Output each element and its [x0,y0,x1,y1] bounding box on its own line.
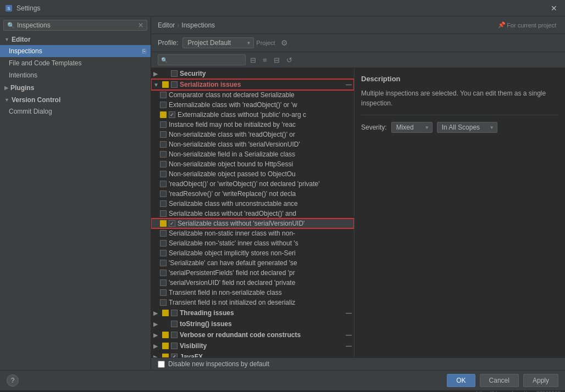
tree-checkbox-svuid[interactable] [169,220,175,227]
toolbar-filter-button[interactable]: ⊟ [248,55,258,65]
tree-checkbox-readresolve[interactable] [160,191,167,197]
tree-item-label-comparator: Comparator class not declared Serializab… [169,91,352,99]
sidebar-search-input[interactable] [17,21,136,29]
tree-item-non-serial-http[interactable]: Non-serializable object bound to HttpSes… [151,159,354,169]
cancel-button[interactable]: Cancel [480,374,519,387]
visibility-minus-btn[interactable]: — [346,343,352,349]
tree-item-transient-deserialize[interactable]: Transient field is not initialized on de… [151,298,354,307]
tree-item-nonstatic-inner[interactable]: Serializable non-'static' inner class wi… [151,238,354,248]
tree-checkbox-transient-deserialize[interactable] [160,299,167,306]
tree-badge-externalizable-noarg [160,111,167,118]
tree-section-security[interactable]: ▶ Security [151,68,354,79]
sidebar-item-commit-dialog[interactable]: Commit Dialog ⎘ [0,105,151,117]
for-current-project-button[interactable]: 📌 For current project [496,21,558,29]
disable-new-inspections-checkbox[interactable] [158,361,165,368]
tree-checkbox-tostring[interactable] [171,321,178,327]
tree-checkbox-svuid-private[interactable] [160,279,167,286]
tree-item-non-serial-field[interactable]: Non-serializable field in a Serializable… [151,149,354,159]
tree-checkbox-threading[interactable] [171,310,178,316]
sidebar-section-plugins[interactable]: Plugins [0,81,151,93]
tree-item-readresolve[interactable]: 'readResolve()' or 'writeReplace()' not … [151,189,354,199]
help-button[interactable]: ? [7,374,19,387]
tree-item-without-readobject[interactable]: Serializable class without 'readObject()… [151,209,354,219]
tree-item-non-serial-obj[interactable]: Non-serializable object passed to Object… [151,169,354,179]
close-button[interactable]: ✕ [547,3,561,14]
tree-checkbox-visibility[interactable] [171,343,178,349]
tree-item-static-inner[interactable]: Serializable non-static inner class with… [151,228,354,238]
tree-item-transient-nonserial[interactable]: Transient field in non-serializable clas… [151,288,354,298]
tree-item-label-without-readobject: Serializable class without 'readObject()… [169,210,352,217]
sidebar-section-editor[interactable]: Editor [0,33,151,45]
tree-item-label-non-serial-obj: Non-serializable object passed to Object… [169,170,352,178]
tree-checkbox-persistent-fields[interactable] [160,270,167,276]
tree-checkbox-externalizable-noarg[interactable] [169,111,175,118]
tree-section-tostring[interactable]: ▶ toString() issues [151,318,354,329]
tree-item-label-implicitly-stores: Serializable object implicitly stores no… [169,249,352,257]
tree-item-svuid[interactable]: Serializable class without 'serialVersio… [151,219,354,228]
breadcrumb-editor[interactable]: Editor [158,21,175,29]
toolbar-collapse-all-button[interactable]: ⊟ [272,55,282,65]
verbose-minus-btn[interactable]: — [346,332,352,338]
severity-select[interactable]: Mixed Error Warning Info [391,122,433,133]
tree-checkbox-unconstructable[interactable] [160,200,167,207]
tree-checkbox-readwrite-private[interactable] [160,181,167,187]
tree-checkbox-nonstatic-inner[interactable] [160,240,167,247]
tree-item-non-serial-readobject[interactable]: Non-serializable class with 'readObject(… [151,130,354,139]
tree-checkbox-security[interactable] [171,70,178,77]
apply-button[interactable]: Apply [523,374,558,387]
tree-checkbox-non-serial-field[interactable] [160,151,167,158]
ok-button[interactable]: OK [447,374,475,387]
tree-checkbox-comparator[interactable] [160,92,167,98]
tree-checkbox-static-inner[interactable] [160,230,167,237]
scope-select[interactable]: In All Scopes In Project Files [437,122,497,133]
tree-item-externalizable-noarg[interactable]: Externalizable class without 'public' no… [151,110,354,120]
tree-checkbox-default-generated[interactable] [160,260,167,266]
profile-gear-button[interactable]: ⚙ [280,37,289,48]
tree-item-readwrite-private[interactable]: 'readObject()' or 'writeObject()' not de… [151,179,354,189]
tree-checkbox-without-readobject[interactable] [160,210,167,217]
tree-item-persistent-fields[interactable]: 'serialPersistentFields' field not decla… [151,268,354,278]
tree-section-threading[interactable]: ▶ Threading issues — [151,307,354,318]
serialization-minus-btn[interactable]: — [346,81,352,88]
tree-checkbox-non-serial-obj[interactable] [160,171,167,177]
tree-item-svuid-private[interactable]: 'serialVersionUID' field not declared 'p… [151,278,354,288]
inspections-search-input[interactable] [158,54,246,65]
tree-checkbox-transient-nonserial[interactable] [160,289,167,296]
tree-checkbox-implicitly-stores[interactable] [160,250,167,256]
tree-checkbox-non-serial-ro[interactable] [160,131,167,138]
tree-checkbox-non-serial-http[interactable] [160,161,167,167]
tree-checkbox-verbose[interactable] [171,332,178,338]
tree-item-externalizable-readobject[interactable]: Externalizable class with 'readObject()'… [151,100,354,110]
tree-item-implicitly-stores[interactable]: Serializable object implicitly stores no… [151,248,354,258]
disable-new-inspections-label[interactable]: Disable new inspections by default [168,360,269,368]
sidebar-search-box[interactable]: 🔍 ✕ [3,20,147,31]
sidebar-item-inspections[interactable]: Inspections ⎘ [0,45,151,57]
toolbar-reset-button[interactable]: ↺ [284,55,295,65]
tree-item-label-svuid-private: 'serialVersionUID' field not declared 'p… [169,279,352,287]
tree-section-verbose[interactable]: ▶ Verbose or redundant code constructs — [151,329,354,340]
tree-section-serialization[interactable]: ▼ Serialization issues — [151,79,354,90]
sidebar-section-version-control[interactable]: Version Control [0,93,151,105]
tree-item-unconstructable[interactable]: Serializable class with unconstructable … [151,199,354,209]
tree-item-default-generated[interactable]: 'Serializable' can have default generate… [151,258,354,268]
tree-checkbox-serialization[interactable] [171,81,178,88]
sidebar-item-intentions[interactable]: Intentions ⎘ [0,69,151,81]
tree-toggle-security: ▶ [153,71,160,77]
tree-section-javafx[interactable]: ▶ JavaFX [151,351,354,357]
tree-checkbox-externalizable-ro[interactable] [160,102,167,108]
threading-minus-btn[interactable]: — [346,310,352,316]
toolbar-expand-all-button[interactable]: ≡ [261,55,269,65]
tree-item-instance-field[interactable]: Instance field may not be initialized by… [151,120,354,130]
tree-checkbox-non-serial-svuid[interactable] [160,141,167,148]
tree-checkbox-instance-field[interactable] [160,121,167,128]
tree-item-non-serial-svuid[interactable]: Non-serializable class with 'serialVersi… [151,139,354,149]
tree-checkbox-javafx[interactable] [171,354,178,357]
tree-item-comparator[interactable]: Comparator class not declared Serializab… [151,90,354,100]
tree-item-label-default-generated: 'Serializable' can have default generate… [169,259,352,267]
inspections-search-wrapper [158,54,246,65]
severity-select-wrapper: Mixed Error Warning Info [391,122,433,133]
tree-section-visibility[interactable]: ▶ Visibility — [151,340,354,351]
profile-select[interactable]: Project Default Default [182,37,254,48]
sidebar-item-file-code-templates[interactable]: File and Code Templates ⎘ [0,57,151,69]
sidebar-search-clear[interactable]: ✕ [138,21,143,29]
